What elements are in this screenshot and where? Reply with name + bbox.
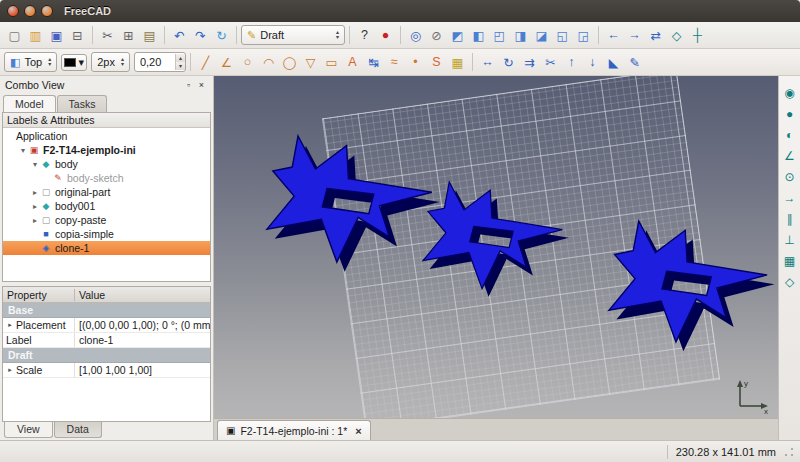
draft-line-icon[interactable]: ╱	[195, 52, 216, 73]
macro-record-icon[interactable]: ●	[375, 25, 396, 46]
copy-icon[interactable]: ⊞	[118, 25, 139, 46]
draft-facebinder-icon[interactable]: ▦	[447, 52, 468, 73]
open-document-icon[interactable]: ▥	[25, 25, 46, 46]
snap-midpoint-icon[interactable]: ◐	[781, 126, 799, 144]
undo-icon[interactable]: ↶	[169, 25, 190, 46]
tree-item-application[interactable]: Application	[3, 129, 210, 143]
snap-parallel-icon[interactable]: ∥	[781, 210, 799, 228]
panel-close-button[interactable]: ×	[195, 78, 208, 91]
spin-down-button[interactable]: ▾	[176, 62, 185, 70]
property-row-placement[interactable]: ▸Placement[(0,00 0,00 1,00); 0 °; (0 mm …	[3, 318, 210, 333]
snap-grid-icon[interactable]: ▦	[781, 252, 799, 270]
tab-tasks[interactable]: Tasks	[57, 95, 108, 112]
redo-icon[interactable]: ↷	[190, 25, 211, 46]
draft-text-icon[interactable]: A	[342, 52, 363, 73]
property-value[interactable]: [(0,00 0,00 1,00); 0 °; (0 mm ...	[75, 319, 210, 331]
tree-item-copy-paste[interactable]: ▸▢copy-paste	[3, 213, 210, 227]
expander-right-icon[interactable]: ▸	[6, 366, 14, 374]
tree-item-f2-t14-ejemplo-ini[interactable]: ▾▣F2-T14-ejemplo-ini	[3, 143, 210, 157]
view-right-icon[interactable]: ◨	[510, 25, 531, 46]
property-row-label[interactable]: Labelclone-1	[3, 333, 210, 348]
draft-arc-icon[interactable]: ◠	[258, 52, 279, 73]
draft-edit-icon[interactable]: ✎	[624, 52, 645, 73]
property-row-scale[interactable]: ▸Scale[1,00 1,00 1,00]	[3, 363, 210, 378]
draft-scale-icon[interactable]: ◣	[603, 52, 624, 73]
paste-icon[interactable]: ▤	[139, 25, 160, 46]
snap-spacing-spinbox[interactable]: 0,20 ▴ ▾	[134, 52, 186, 72]
snap-lock-icon[interactable]: ◉	[781, 84, 799, 102]
tree-item-body[interactable]: ▾◆body	[3, 157, 210, 171]
snap-center-icon[interactable]: ⊙	[781, 168, 799, 186]
property-value[interactable]: clone-1	[75, 334, 210, 346]
next-view-icon[interactable]: →	[624, 25, 645, 46]
snap-perpendicular-icon[interactable]: ⊥	[781, 231, 799, 249]
tree-item-original-part[interactable]: ▸▢original-part	[3, 185, 210, 199]
draft-trimex-icon[interactable]: ✂	[540, 52, 561, 73]
expander-right-icon[interactable]: ▸	[30, 216, 40, 225]
view-rear-icon[interactable]: ◪	[531, 25, 552, 46]
document-tab[interactable]: ▣ F2-T14-ejemplo-ini : 1* ×	[217, 420, 371, 440]
panel-float-button[interactable]: ▫	[182, 78, 195, 91]
workbench-selector[interactable]: ✎ Draft ▴▾	[241, 25, 345, 45]
draft-downgrade-icon[interactable]: ↓	[582, 52, 603, 73]
new-document-icon[interactable]: ▢	[4, 25, 25, 46]
tab-data[interactable]: Data	[54, 422, 102, 438]
expander-right-icon[interactable]: ▸	[30, 188, 40, 197]
view-front-icon[interactable]: ◧	[468, 25, 489, 46]
draft-upgrade-icon[interactable]: ↑	[561, 52, 582, 73]
draft-bspline-icon[interactable]: ≈	[384, 52, 405, 73]
print-icon[interactable]: ⊟	[67, 25, 88, 46]
view-top-icon[interactable]: ◰	[489, 25, 510, 46]
tree-item-copia-simple[interactable]: ■copia-simple	[3, 227, 210, 241]
whats-this-icon[interactable]: ?	[354, 25, 375, 46]
fit-all-icon[interactable]: ◎	[405, 25, 426, 46]
draft-offset-icon[interactable]: ⇉	[519, 52, 540, 73]
snap-working-plane-icon[interactable]: ◇	[781, 273, 799, 291]
star-object-2[interactable]	[423, 182, 569, 297]
line-color-picker[interactable]: ▾	[61, 54, 87, 71]
measure-distance-icon[interactable]: ◇	[666, 25, 687, 46]
property-column-header[interactable]: Property	[3, 289, 75, 301]
view-left-icon[interactable]: ◲	[573, 25, 594, 46]
maximize-button[interactable]	[41, 5, 53, 17]
expander-down-icon[interactable]: ▾	[18, 146, 28, 155]
draft-rotate-icon[interactable]: ↻	[498, 52, 519, 73]
expander-down-icon[interactable]: ▾	[30, 160, 40, 169]
tree-item-body001[interactable]: ▸◆body001	[3, 199, 210, 213]
draft-circle-icon[interactable]: ○	[237, 52, 258, 73]
tree-item-clone-1[interactable]: ◈clone-1	[3, 241, 210, 255]
draft-rectangle-icon[interactable]: ▭	[321, 52, 342, 73]
close-document-icon[interactable]: ×	[355, 425, 361, 437]
draw-style-icon[interactable]: ⊘	[426, 25, 447, 46]
link-view-icon[interactable]: ⇄	[645, 25, 666, 46]
save-icon[interactable]: ▣	[46, 25, 67, 46]
property-value[interactable]: [1,00 1,00 1,00]	[75, 364, 210, 376]
snap-angle-icon[interactable]: ∠	[781, 147, 799, 165]
resize-grip-icon[interactable]	[784, 447, 794, 457]
tree-item-body-sketch[interactable]: ✎body-sketch	[3, 171, 210, 185]
draft-point-icon[interactable]: •	[405, 52, 426, 73]
snap-endpoint-icon[interactable]: ●	[781, 105, 799, 123]
tab-model[interactable]: Model	[3, 95, 56, 112]
cut-icon[interactable]: ✂	[97, 25, 118, 46]
spin-up-button[interactable]: ▴	[176, 54, 185, 62]
star-object-1[interactable]	[267, 136, 440, 272]
star-object-3[interactable]	[609, 221, 775, 351]
refresh-icon[interactable]: ↻	[211, 25, 232, 46]
close-button[interactable]	[7, 5, 19, 17]
expander-right-icon[interactable]: ▸	[30, 202, 40, 211]
draft-polygon-icon[interactable]: ▽	[300, 52, 321, 73]
draft-ellipse-icon[interactable]: ◯	[279, 52, 300, 73]
view-bottom-icon[interactable]: ◱	[552, 25, 573, 46]
tab-view[interactable]: View	[4, 422, 53, 438]
draft-shapestring-icon[interactable]: S	[426, 52, 447, 73]
3d-viewport[interactable]: x y	[214, 76, 778, 418]
line-width-selector[interactable]: 2px ▴▾	[91, 52, 130, 72]
draft-dimension-icon[interactable]: ↹	[363, 52, 384, 73]
view-axonometric-icon[interactable]: ◩	[447, 25, 468, 46]
snap-extension-icon[interactable]: →	[781, 189, 799, 207]
value-column-header[interactable]: Value	[75, 289, 210, 301]
previous-view-icon[interactable]: ←	[603, 25, 624, 46]
expander-right-icon[interactable]: ▸	[6, 321, 14, 329]
working-plane-button[interactable]: ◧ Top ▴▾	[4, 52, 57, 72]
